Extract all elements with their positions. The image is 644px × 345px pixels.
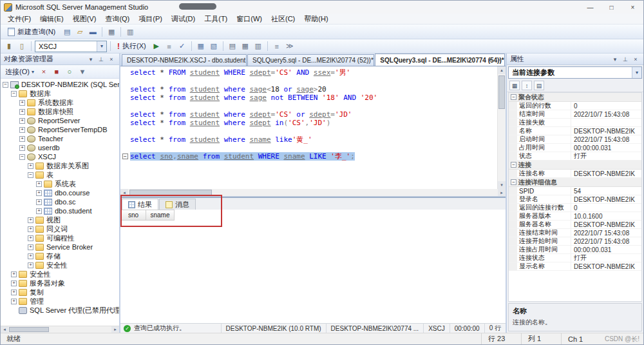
tree-item[interactable]: +可编程性 xyxy=(1,233,119,242)
menu-item[interactable]: 窗口(W) xyxy=(232,14,267,25)
alphabetical-icon[interactable]: ↕ xyxy=(522,81,532,90)
property-row[interactable]: 状态打开 xyxy=(509,152,641,161)
tree-item[interactable]: +Teacher xyxy=(1,134,119,143)
pin-icon[interactable]: ⊥ xyxy=(621,55,630,63)
property-row[interactable]: 连接状态打开 xyxy=(509,254,641,262)
properties-selector[interactable]: 当前连接参数 ▾ xyxy=(508,66,642,79)
chevron-down-icon[interactable]: ▾ xyxy=(632,67,641,78)
activity-monitor-icon[interactable]: ▥ xyxy=(124,26,136,37)
expand-icon[interactable]: + xyxy=(19,145,25,151)
intellisense-icon[interactable]: ▧ xyxy=(208,41,220,52)
property-row[interactable]: 返回的连接行数0 xyxy=(509,204,641,212)
cancel-query-icon[interactable]: ■ xyxy=(164,41,175,52)
tree-item[interactable]: −XSCJ xyxy=(1,152,119,161)
parse-icon[interactable]: ✓ xyxy=(176,41,188,52)
expand-icon[interactable]: + xyxy=(19,136,25,142)
object-explorer-hscrollbar[interactable]: ◂ ▸ xyxy=(1,326,119,333)
window-menu-icon[interactable]: ▾ xyxy=(86,55,95,63)
results-to-grid-icon[interactable]: ▦ xyxy=(240,41,251,52)
property-row[interactable]: 结束时间2022/10/7 15:43:08 xyxy=(509,110,641,119)
debug-icon[interactable]: ▶ xyxy=(151,41,162,52)
indent-icon[interactable]: ≫ xyxy=(284,41,296,52)
tree-item[interactable]: +dbo.sc xyxy=(1,197,119,206)
expand-icon[interactable]: + xyxy=(11,299,17,304)
expand-icon[interactable]: + xyxy=(19,109,25,115)
close-icon[interactable]: × xyxy=(107,55,116,63)
collapse-icon[interactable]: − xyxy=(19,154,25,160)
property-row[interactable]: 占用时间00:00:00.031 xyxy=(509,144,641,152)
property-category[interactable]: −连接 xyxy=(509,161,641,170)
expand-icon[interactable]: + xyxy=(19,100,25,106)
expand-icon[interactable]: + xyxy=(28,253,33,259)
collapse-icon[interactable]: − xyxy=(511,94,516,100)
property-category[interactable]: −连接详细信息 xyxy=(509,178,641,187)
tree-item[interactable]: +安全性 xyxy=(1,270,119,279)
fold-collapse-icon[interactable]: − xyxy=(122,153,128,159)
expand-icon[interactable]: + xyxy=(36,181,42,187)
pin-icon[interactable]: ⊥ xyxy=(97,55,106,63)
expand-icon[interactable]: + xyxy=(19,127,25,133)
include-actual-plan-icon[interactable]: ▦ xyxy=(195,41,207,52)
menu-item[interactable]: 视图(V) xyxy=(68,14,101,25)
collapse-icon[interactable]: − xyxy=(511,162,516,168)
property-row[interactable]: 显示名称DESKTOP-NBME2IK xyxy=(509,262,641,271)
scroll-down-icon[interactable]: ▾ xyxy=(498,181,506,189)
connect-button[interactable]: 连接(O) ▾ xyxy=(3,67,37,77)
tree-item[interactable]: +服务器对象 xyxy=(1,279,119,288)
expand-icon[interactable]: + xyxy=(19,118,25,124)
tree-item[interactable]: +存储 xyxy=(1,251,119,261)
property-row[interactable]: 启动时间2022/10/7 15:43:08 xyxy=(509,135,641,144)
property-row[interactable]: 名称DESKTOP-NBME2IK xyxy=(509,127,641,135)
sql-editor[interactable]: select * FROM student WHERE sdept='CS' A… xyxy=(120,66,497,189)
expand-icon[interactable]: + xyxy=(11,290,17,295)
menu-item[interactable]: 工具(T) xyxy=(200,14,232,25)
tree-item[interactable]: −数据库 xyxy=(1,89,119,98)
expand-icon[interactable]: + xyxy=(28,226,33,232)
scroll-left-icon[interactable]: ◂ xyxy=(120,189,128,196)
expand-icon[interactable]: + xyxy=(11,271,17,277)
close-icon[interactable]: × xyxy=(631,55,640,63)
expand-icon[interactable]: + xyxy=(28,217,33,223)
categorized-icon[interactable]: ▦ xyxy=(509,81,520,90)
expand-icon[interactable]: + xyxy=(28,262,33,268)
tab-list-icon[interactable]: ▾ xyxy=(485,55,494,64)
menu-item[interactable]: 社区(C) xyxy=(267,14,299,25)
property-row[interactable]: 连接占用时间00:00:00.031 xyxy=(509,246,641,254)
database-combo[interactable]: XSCJ ▾ xyxy=(35,41,107,52)
filter-icon[interactable]: ▼ xyxy=(77,66,88,77)
tree-item[interactable]: +userdb xyxy=(1,143,119,152)
save-icon[interactable]: ▬ xyxy=(87,26,99,37)
property-row[interactable]: 登录名DESKTOP-NBME2IK xyxy=(509,195,641,204)
tree-item[interactable]: +Service Broker xyxy=(1,242,119,251)
results-tab[interactable]: 消息 xyxy=(159,199,196,210)
scrollbar-thumb[interactable] xyxy=(129,190,212,195)
expand-icon[interactable]: + xyxy=(36,199,42,205)
tree-item[interactable]: +管理 xyxy=(1,297,119,306)
scroll-right-icon[interactable]: ▸ xyxy=(498,189,506,196)
property-row[interactable]: SPID54 xyxy=(509,187,641,195)
tree-item[interactable]: +系统表 xyxy=(1,179,119,188)
scrollbar-thumb[interactable] xyxy=(498,75,505,109)
property-row[interactable]: 服务器名称DESKTOP-NBME2IK xyxy=(509,221,641,229)
results-to-file-icon[interactable]: ▥ xyxy=(252,41,264,52)
tree-item[interactable]: +dbo.course xyxy=(1,188,119,197)
menu-item[interactable]: 调试(D) xyxy=(167,14,200,25)
property-row[interactable]: 连接失败 xyxy=(509,119,641,127)
stop-icon[interactable]: ■ xyxy=(51,66,62,77)
expand-icon[interactable]: + xyxy=(36,190,42,196)
tree-item[interactable]: +ReportServer xyxy=(1,116,119,125)
tree-item[interactable]: +dbo.student xyxy=(1,206,119,215)
property-row[interactable]: 连接开始时间2022/10/7 15:43:08 xyxy=(509,237,641,246)
collapse-icon[interactable]: − xyxy=(28,172,33,178)
collapse-icon[interactable]: − xyxy=(511,179,516,185)
close-document-icon[interactable]: × xyxy=(495,55,504,64)
property-row[interactable]: 返回的行数0 xyxy=(509,102,641,110)
expand-icon[interactable]: + xyxy=(36,208,42,214)
scrollbar-thumb[interactable] xyxy=(9,327,49,332)
window-menu-icon[interactable]: ▾ xyxy=(611,55,620,63)
property-category[interactable]: −聚合状态 xyxy=(509,93,641,102)
menu-item[interactable]: 文件(F) xyxy=(3,14,35,25)
tree-item[interactable]: −表 xyxy=(1,170,119,179)
chevron-down-icon[interactable]: ▾ xyxy=(97,41,106,52)
connect-database-icon[interactable]: ▮ xyxy=(3,41,15,52)
